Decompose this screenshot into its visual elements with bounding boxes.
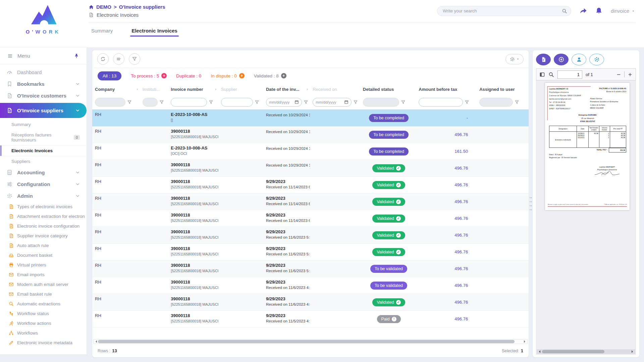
table-row[interactable]: RH39000118[52251165800018] MAJUSCULERece… xyxy=(92,126,529,143)
sidebar-item-auto-attach-rule[interactable]: Auto attach rule xyxy=(0,241,87,250)
breadcrumb-home[interactable]: DEMO xyxy=(96,4,111,10)
sidebar-item-dashboard[interactable]: Dashboard xyxy=(0,66,87,78)
sidebar-item-automatic-extractions[interactable]: Automatic extractions xyxy=(0,299,87,309)
table-row[interactable]: RH39000118[52251165800018] MAJUSCULE9/29… xyxy=(92,260,529,277)
column-header-date-of-the-inv[interactable]: Date of the inv... xyxy=(263,87,310,92)
tab-summary[interactable]: Summary xyxy=(91,22,113,39)
amount-link[interactable]: 496.76 xyxy=(454,132,468,137)
table-row[interactable]: RHE-2023-10-008-AS[OCI] OCIReceived on 1… xyxy=(92,143,529,160)
plus-circle-icon[interactable]: + xyxy=(161,73,167,78)
table-row[interactable]: RH39000118[52251165800018] MAJUSCULE9/29… xyxy=(92,177,529,193)
filter-tab-duplicate[interactable]: Duplicate : 0 xyxy=(176,73,201,78)
plus-circle-icon[interactable]: + xyxy=(239,73,245,78)
plus-circle-icon[interactable]: + xyxy=(281,73,286,78)
scroll-right-arrow[interactable] xyxy=(524,340,527,343)
filter-input[interactable] xyxy=(143,98,158,107)
sidebar-item-electronic-invoice-metadata[interactable]: Electronic invoice metadata xyxy=(0,338,87,348)
sidebar-item-electronic-invoice-configuration[interactable]: Electronic invoice configuration xyxy=(0,221,87,231)
share-button[interactable] xyxy=(579,7,587,15)
amount-link[interactable]: 496.76 xyxy=(454,316,468,321)
download-pdf-button[interactable] xyxy=(536,54,551,65)
sidebar-item-workflow-status[interactable]: Workflow status xyxy=(0,309,87,318)
column-header-invoice-number[interactable]: Invoice number xyxy=(168,87,218,92)
filter-tab-all[interactable]: All : 13 xyxy=(98,71,121,80)
column-header-instituti[interactable]: Instituti... xyxy=(140,87,168,92)
filter-input[interactable] xyxy=(95,98,125,107)
filter-tab-to-process[interactable]: To process : 5+ xyxy=(131,73,167,78)
filter-input[interactable] xyxy=(479,98,513,107)
date-filter-input[interactable]: mm/dd/yyyy xyxy=(266,98,302,107)
filter-input[interactable] xyxy=(419,98,463,107)
refresh-button[interactable] xyxy=(97,53,109,65)
user-menu[interactable]: dinvoice xyxy=(611,8,635,14)
sidebar-item-bookmarks[interactable]: Bookmarks xyxy=(0,78,87,90)
breadcrumb-section[interactable]: O'Invoice suppliers xyxy=(119,4,165,10)
sidebar-item-accounting[interactable]: Accounting xyxy=(0,167,87,178)
sidebar-item-types-of-electronic-invoices[interactable]: Types of electronic invoices xyxy=(0,202,87,212)
table-settings-button[interactable] xyxy=(505,54,524,64)
sidebar-item-workflows[interactable]: Workflows xyxy=(0,328,87,338)
sidebar-item-electronic-invoices[interactable]: Electronic Invoices xyxy=(0,145,87,156)
sidebar-item-modern-auth-email-server[interactable]: Modern auth email server xyxy=(0,280,87,289)
filter-tab-validated[interactable]: Validated : 8+ xyxy=(254,73,286,78)
table-row[interactable]: RHE-2023-10-008-AS[]Received on 10/29/20… xyxy=(92,110,529,126)
amount-link[interactable]: 161.50 xyxy=(454,149,468,154)
sidebar-item-email-imports[interactable]: Email imports xyxy=(0,270,87,280)
sidebar-item-o-invoice-customers[interactable]: O'Invoice customers xyxy=(0,90,87,102)
sidebar-item-o-invoice-suppliers[interactable]: O'Invoice suppliers xyxy=(0,103,87,118)
filter-input[interactable] xyxy=(171,98,207,107)
sidebar-item-attachment-extraction-for-electron[interactable]: Attachment extraction for electron xyxy=(0,212,87,221)
sidebar-item-summary[interactable]: Summary xyxy=(0,119,87,130)
sidebar-item-email-basket-rule[interactable]: Email basket rule xyxy=(0,289,87,299)
filter-input[interactable] xyxy=(363,98,399,107)
sidebar-item-configuration[interactable]: Configuration xyxy=(0,178,87,190)
search-icon[interactable] xyxy=(562,8,567,14)
amount-link[interactable]: 496.76 xyxy=(454,216,468,221)
column-header-amount-before-tax[interactable]: Amount before tax xyxy=(416,87,477,92)
scrollbar-thumb[interactable] xyxy=(98,340,515,343)
preview-settings-button[interactable] xyxy=(589,54,604,65)
table-row[interactable]: RH39000118[52251165800018] MAJUSCULE9/29… xyxy=(92,193,529,210)
column-header-detailed-status[interactable]: Detailed status xyxy=(360,87,416,92)
zoom-in-icon[interactable] xyxy=(628,72,633,77)
sidebar-item-suppliers[interactable]: Suppliers xyxy=(0,156,87,167)
sidebar-item-admin[interactable]: Admin xyxy=(0,190,87,202)
sidebar-item-workflow-actions[interactable]: Workflow actions xyxy=(0,318,87,328)
table-row[interactable]: RH39000118[52251165800018] MAJUSCULERece… xyxy=(92,160,529,177)
table-row[interactable]: RH39000118[52251165800018] MAJUSCULE9/29… xyxy=(92,244,529,260)
table-row[interactable]: RH39000118[52251165800018] MAJUSCULE9/29… xyxy=(92,210,529,227)
sidebar-item-virtual-printers[interactable]: Virtual printers xyxy=(0,260,87,270)
page-number-input[interactable] xyxy=(557,70,582,79)
amount-link[interactable]: 496.76 xyxy=(454,233,468,238)
menu-toggle-button[interactable] xyxy=(7,53,13,59)
assign-user-button[interactable] xyxy=(572,54,586,65)
pdf-scroll-right-arrow[interactable] xyxy=(632,350,634,353)
pdf-scroll-left-arrow[interactable] xyxy=(538,350,540,353)
amount-link[interactable]: 496.76 xyxy=(454,266,468,271)
amount-link[interactable]: 496.76 xyxy=(454,182,468,187)
horizontal-scrollbar[interactable] xyxy=(93,339,528,344)
columns-button[interactable] xyxy=(113,53,124,65)
table-row[interactable]: RH39000118[52251165800018] MAJUSCULE9/29… xyxy=(92,227,529,244)
date-filter-input[interactable]: mm/dd/yyyy xyxy=(313,98,352,107)
zoom-out-icon[interactable] xyxy=(616,72,621,77)
pdf-search-icon[interactable] xyxy=(548,72,554,77)
pin-sidebar-button[interactable] xyxy=(74,53,79,59)
column-header-received-on[interactable]: Received on xyxy=(310,87,360,92)
open-invoice-button[interactable] xyxy=(554,54,569,65)
panel-resize-handle[interactable] xyxy=(529,50,533,357)
column-header-supplier[interactable]: Supplier xyxy=(218,87,263,92)
amount-link[interactable]: 496.76 xyxy=(454,283,468,288)
notifications-button[interactable] xyxy=(595,7,603,15)
table-row[interactable]: RH39000118[52251165800018] MAJUSCULE9/29… xyxy=(92,294,529,311)
amount-link[interactable]: 496.76 xyxy=(454,166,468,171)
amount-link[interactable]: 496.76 xyxy=(454,300,468,305)
tab-electronic-invoices[interactable]: Electronic Invoices xyxy=(131,22,177,39)
amount-link[interactable]: 496.76 xyxy=(454,199,468,204)
sidebar-item-supplier-invoice-category[interactable]: Supplier invoice category xyxy=(0,231,87,241)
pdf-scrollbar-thumb[interactable] xyxy=(542,350,604,353)
filter-input[interactable] xyxy=(221,98,253,107)
sidebar-item-r-ceptions-factures-fournisseurs[interactable]: Réceptions factures fournisseurs0 xyxy=(0,130,87,145)
table-row[interactable]: RH39000118[52251165800018] MAJUSCULE9/29… xyxy=(92,311,529,327)
sidebar-toggle-icon[interactable] xyxy=(539,72,545,77)
